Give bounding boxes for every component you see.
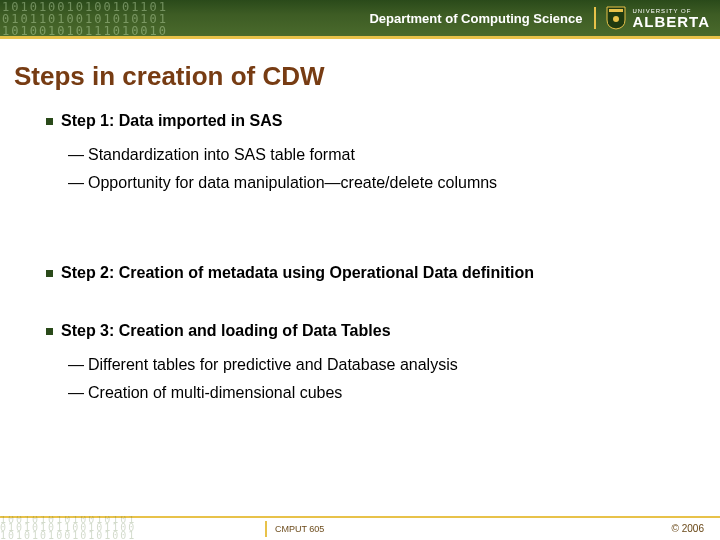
step-heading-text: Step 3: Creation and loading of Data Tab… xyxy=(61,322,391,340)
footer-divider xyxy=(265,521,267,537)
slide-title: Steps in creation of CDW xyxy=(0,39,720,92)
header-divider xyxy=(594,7,596,29)
slide-content: Step 1: Data imported in SAS — Standardi… xyxy=(0,92,720,430)
square-bullet-icon xyxy=(46,270,53,277)
header-binary-bg: 101010010100101101 010110100101010101 10… xyxy=(0,0,260,36)
dash-bullet-icon: — xyxy=(68,356,84,374)
sub-item: — Creation of multi-dimensional cubes xyxy=(68,384,720,402)
sub-item: — Opportunity for data manipulation—crea… xyxy=(68,174,720,192)
logo-alberta: ALBERTA xyxy=(632,14,710,29)
sub-item: — Standardization into SAS table format xyxy=(68,146,720,164)
step-heading: Step 1: Data imported in SAS xyxy=(46,112,720,130)
shield-icon xyxy=(606,6,626,30)
step-sub-list: — Standardization into SAS table format … xyxy=(46,130,720,220)
sub-item-text: Creation of multi-dimensional cubes xyxy=(88,384,342,402)
sub-item: — Different tables for predictive and Da… xyxy=(68,356,720,374)
dash-bullet-icon: — xyxy=(68,384,84,402)
step-sub-list: — Different tables for predictive and Da… xyxy=(46,340,720,430)
square-bullet-icon xyxy=(46,118,53,125)
footer-bar: 10010101010010101 01010101100101100 1010… xyxy=(0,516,720,540)
dash-bullet-icon: — xyxy=(68,174,84,192)
sub-item-text: Different tables for predictive and Data… xyxy=(88,356,458,374)
footer-binary-bg: 10010101010010101 01010101100101100 1010… xyxy=(0,516,170,540)
footer-course-code: CMPUT 605 xyxy=(275,524,324,534)
department-label: Department of Computing Science xyxy=(369,11,582,26)
dash-bullet-icon: — xyxy=(68,146,84,164)
university-logo: UNIVERSITY OF ALBERTA xyxy=(606,6,710,30)
sub-item-text: Standardization into SAS table format xyxy=(88,146,355,164)
header-bar: 101010010100101101 010110100101010101 10… xyxy=(0,0,720,36)
footer-copyright: © 2006 xyxy=(672,523,704,534)
svg-point-0 xyxy=(613,16,619,22)
step-heading-text: Step 2: Creation of metadata using Opera… xyxy=(61,264,534,282)
sub-item-text: Opportunity for data manipulation—create… xyxy=(88,174,497,192)
step-heading-text: Step 1: Data imported in SAS xyxy=(61,112,282,130)
logo-text: UNIVERSITY OF ALBERTA xyxy=(632,8,710,29)
step-heading: Step 3: Creation and loading of Data Tab… xyxy=(46,322,720,340)
step-heading: Step 2: Creation of metadata using Opera… xyxy=(46,264,720,282)
square-bullet-icon xyxy=(46,328,53,335)
